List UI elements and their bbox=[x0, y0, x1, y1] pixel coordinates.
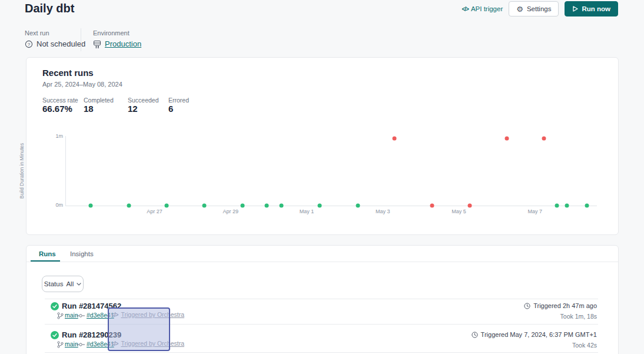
triggered-time: Triggered 2h 47m ago bbox=[524, 302, 597, 309]
success-check-icon bbox=[51, 302, 59, 310]
trigger-label: Triggered by Orchestra bbox=[121, 311, 184, 318]
environment-value: Production bbox=[93, 39, 141, 48]
gear-icon: ⚙ bbox=[516, 5, 523, 13]
stat-label-errored: Errored bbox=[168, 97, 189, 104]
commit-link[interactable]: #d3e8e41 bbox=[87, 312, 114, 319]
code-icon: </> bbox=[111, 340, 118, 347]
next-run-text: Not scheduled bbox=[36, 39, 85, 48]
git-commit-icon bbox=[77, 313, 85, 318]
run-duration: Took 1m, 18s bbox=[560, 313, 597, 320]
success-check-icon bbox=[51, 331, 59, 339]
play-icon bbox=[572, 6, 578, 12]
git-branch-icon bbox=[57, 341, 64, 348]
api-trigger-link[interactable]: </> API trigger bbox=[462, 5, 503, 12]
run-now-button[interactable]: Run now bbox=[565, 1, 618, 16]
git-commit-icon bbox=[77, 342, 85, 347]
y-tick-0m: 0m bbox=[39, 202, 63, 208]
tab-runs[interactable]: Runs bbox=[39, 250, 56, 257]
y-tick-1m: 1m bbox=[39, 133, 63, 139]
run-duration: Took 42s bbox=[572, 342, 597, 349]
stat-value-succeeded: 12 bbox=[128, 104, 138, 114]
recent-runs-title: Recent runs bbox=[42, 68, 94, 78]
settings-label: Settings bbox=[527, 5, 552, 12]
stat-value-success-rate: 66.67% bbox=[42, 104, 72, 114]
chart-run-point[interactable] bbox=[555, 204, 559, 208]
stat-label-completed: Completed bbox=[84, 97, 114, 104]
x-tick-label: Apr 29 bbox=[223, 209, 239, 214]
status-filter-dropdown[interactable]: Status All bbox=[42, 276, 84, 292]
chart-run-point[interactable] bbox=[504, 136, 509, 140]
svg-text:?: ? bbox=[28, 41, 31, 47]
chart-run-point[interactable] bbox=[264, 204, 268, 208]
runs-card: Runs Insights Status All Run #281474562 … bbox=[26, 245, 619, 354]
status-filter-label: Status bbox=[44, 280, 64, 287]
chart-run-point[interactable] bbox=[430, 204, 434, 208]
question-circle-icon: ? bbox=[25, 40, 33, 48]
list-divider bbox=[45, 299, 598, 299]
chevron-down-icon bbox=[77, 283, 81, 286]
chart-run-point[interactable] bbox=[241, 204, 245, 208]
chart-run-point[interactable] bbox=[127, 204, 131, 208]
environment-label: Environment bbox=[93, 29, 130, 37]
trigger-label: Triggered by Orchestra bbox=[121, 340, 184, 347]
chart-run-point[interactable] bbox=[280, 204, 284, 208]
recent-runs-date-range: Apr 25, 2024–May 08, 2024 bbox=[42, 81, 122, 88]
next-run-value: ? Not scheduled bbox=[25, 39, 85, 48]
git-branch-icon bbox=[57, 312, 64, 319]
chart-run-point[interactable] bbox=[393, 136, 397, 140]
meta-divider bbox=[81, 28, 81, 51]
chart-run-point[interactable] bbox=[203, 204, 207, 208]
chart-run-point[interactable] bbox=[585, 204, 589, 208]
environment-link[interactable]: Production bbox=[105, 39, 141, 48]
chart-run-point[interactable] bbox=[542, 136, 546, 140]
x-tick-label: May 1 bbox=[300, 209, 314, 214]
chart-run-point[interactable] bbox=[356, 204, 360, 208]
status-filter-value: All bbox=[66, 280, 74, 287]
trigger-link[interactable]: </> Triggered by Orchestra bbox=[111, 311, 184, 318]
stat-value-completed: 18 bbox=[84, 104, 94, 114]
clock-icon bbox=[472, 332, 478, 338]
code-icon: </> bbox=[462, 6, 468, 12]
chart-run-point[interactable] bbox=[565, 204, 569, 208]
recent-runs-card: Recent runs Apr 25, 2024–May 08, 2024 Su… bbox=[26, 57, 619, 235]
api-trigger-label: API trigger bbox=[471, 5, 503, 12]
x-tick-label: Apr 27 bbox=[147, 209, 162, 214]
x-tick-label: May 3 bbox=[376, 209, 390, 214]
chart-y-axis-label: Build Duration in Minutes bbox=[14, 135, 24, 206]
stat-label-succeeded: Succeeded bbox=[128, 97, 159, 104]
chart-run-point[interactable] bbox=[88, 204, 92, 208]
page-title: Daily dbt bbox=[25, 2, 74, 15]
tab-insights[interactable]: Insights bbox=[70, 250, 94, 257]
header-actions: </> API trigger ⚙ Settings Run now bbox=[462, 1, 618, 16]
stat-label-success-rate: Success rate bbox=[42, 97, 78, 104]
next-run-label: Next run bbox=[25, 29, 49, 37]
run-title[interactable]: Run #281474562 bbox=[62, 302, 121, 310]
environment-database-icon bbox=[93, 40, 101, 48]
triggered-time: Triggered May 7, 2024, 6:37 PM GMT+1 bbox=[472, 331, 597, 338]
trigger-link[interactable]: </> Triggered by Orchestra bbox=[111, 340, 184, 347]
code-icon: </> bbox=[111, 312, 118, 318]
chart-run-point[interactable] bbox=[467, 204, 472, 208]
chart-run-point[interactable] bbox=[164, 204, 168, 208]
list-divider bbox=[45, 324, 598, 325]
commit-link[interactable]: #d3e8e41 bbox=[87, 340, 114, 348]
tabs-divider bbox=[26, 262, 618, 262]
x-tick-label: May 7 bbox=[527, 209, 542, 214]
run-now-label: Run now bbox=[582, 5, 610, 12]
list-divider bbox=[45, 352, 598, 353]
stat-value-errored: 6 bbox=[168, 104, 173, 114]
chart-run-point[interactable] bbox=[317, 204, 321, 208]
clock-icon bbox=[524, 303, 530, 309]
x-tick-label: May 5 bbox=[452, 209, 466, 214]
chart-plot: Apr 27Apr 29May 1May 3May 5May 7 bbox=[65, 136, 597, 206]
run-title[interactable]: Run #281290239 bbox=[62, 330, 121, 339]
settings-button[interactable]: ⚙ Settings bbox=[509, 1, 559, 16]
